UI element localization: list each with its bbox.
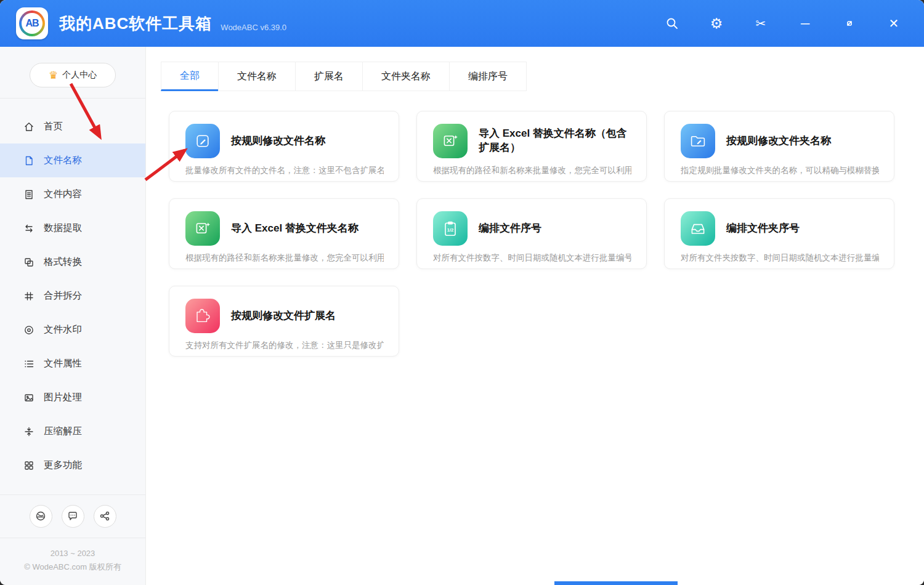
sidebar: ♛ 个人中心 首页 文件名称 文件内容 数据提取 格式转换: [0, 47, 146, 585]
titlebar: AB 我的ABC软件工具箱 WodeABC v6.39.0 ⚙ ✂ ─ ✕: [0, 0, 924, 47]
card-title: 编排文件夹序号: [726, 222, 800, 236]
list-icon: [23, 358, 34, 369]
sidebar-item-home[interactable]: 首页: [0, 110, 145, 143]
tab-all[interactable]: 全部: [161, 62, 219, 91]
sidebar-divider: [0, 98, 145, 99]
clipboard-number-icon: 1/2: [433, 211, 468, 246]
card-desc: 对所有文件按数字、时间日期或随机文本进行批量编号: [433, 252, 631, 264]
card-rename-files[interactable]: 按规则修改文件名称 批量修改所有文件的文件名，注意：这里不包含扩展名: [169, 111, 399, 182]
copyright-owner: © WodeABC.com 版权所有: [0, 560, 145, 574]
card-rename-folders[interactable]: 按规则修改文件夹名称 指定规则批量修改文件夹的名称，可以精确与模糊替换: [664, 111, 894, 182]
compress-arrows-icon: [23, 426, 34, 437]
card-title: 按规则修改文件扩展名: [231, 309, 336, 323]
sidebar-item-file-name[interactable]: 文件名称: [0, 143, 145, 177]
inbox-tray-icon: [681, 211, 715, 246]
overlap-squares-icon: [23, 257, 34, 268]
sidebar-item-more-features[interactable]: 更多功能: [0, 448, 145, 482]
sidebar-item-watermark[interactable]: 文件水印: [0, 313, 145, 347]
card-title: 按规则修改文件名称: [231, 134, 325, 148]
app-logo: AB: [16, 7, 48, 39]
crown-icon: ♛: [49, 70, 58, 81]
sidebar-item-merge-split[interactable]: 合并拆分: [0, 279, 145, 313]
card-desc: 支持对所有文件扩展名的修改，注意：这里只是修改扩: [185, 340, 384, 351]
sidebar-menu: 首页 文件名称 文件内容 数据提取 格式转换 合并拆分: [0, 110, 145, 482]
copyright: 2013 ~ 2023 © WodeABC.com 版权所有: [0, 538, 145, 585]
sidebar-item-format-convert[interactable]: 格式转换: [0, 245, 145, 279]
card-title: 导入 Excel 替换文件夹名称: [231, 222, 359, 236]
close-icon[interactable]: ✕: [887, 17, 901, 30]
chat-bubble-icon[interactable]: [62, 505, 84, 528]
share-network-icon[interactable]: [94, 505, 116, 528]
app-window: AB 我的ABC软件工具箱 WodeABC v6.39.0 ⚙ ✂ ─ ✕ ♛ …: [0, 0, 924, 585]
hash-icon: [23, 291, 34, 302]
category-tabs: 全部 文件名称 扩展名 文件夹名称 编排序号: [161, 62, 924, 91]
puzzle-icon: [185, 299, 220, 333]
tab-file-name[interactable]: 文件名称: [218, 62, 296, 91]
excel-sparkle-icon: [185, 211, 220, 246]
card-desc: 根据现有的路径和新名称来批量修改，您完全可以利用: [185, 252, 384, 264]
folder-edit-icon: [681, 124, 715, 158]
sidebar-bottom: 2013 ~ 2023 © WodeABC.com 版权所有: [0, 494, 145, 585]
minimize-icon[interactable]: ─: [798, 17, 812, 30]
app-version: WodeABC v6.39.0: [221, 23, 286, 32]
tab-serial-number[interactable]: 编排序号: [449, 62, 527, 91]
card-title: 编排文件序号: [479, 222, 541, 236]
personal-center-button[interactable]: ♛ 个人中心: [30, 63, 116, 87]
bottom-blue-strip: [554, 581, 678, 585]
browser-icon[interactable]: [30, 505, 52, 528]
svg-text:1/2: 1/2: [447, 227, 454, 233]
app-logo-ring: AB: [19, 10, 45, 36]
feature-card-grid: 按规则修改文件名称 批量修改所有文件的文件名，注意：这里不包含扩展名 导入 Ex…: [169, 111, 902, 357]
tab-extension[interactable]: 扩展名: [295, 62, 363, 91]
sidebar-item-compress[interactable]: 压缩解压: [0, 414, 145, 448]
personal-center-label: 个人中心: [62, 70, 97, 81]
excel-sparkle-icon: [433, 124, 468, 158]
sidebar-item-file-content[interactable]: 文件内容: [0, 177, 145, 211]
scissors-icon[interactable]: ✂: [754, 17, 768, 30]
tab-folder-name[interactable]: 文件夹名称: [362, 62, 450, 91]
resize-icon[interactable]: [843, 17, 856, 30]
search-icon[interactable]: [665, 17, 679, 30]
image-icon: [23, 392, 34, 403]
card-desc: 指定规则批量修改文件夹的名称，可以精确与模糊替换: [681, 165, 879, 176]
card-desc: 对所有文件夹按数字、时间日期或随机文本进行批量编: [681, 252, 879, 264]
swap-arrows-icon: [23, 223, 34, 234]
card-number-files[interactable]: 1/2 编排文件序号 对所有文件按数字、时间日期或随机文本进行批量编号: [416, 198, 647, 269]
card-title: 导入 Excel 替换文件名称（包含扩展名）: [479, 127, 631, 155]
card-title: 按规则修改文件夹名称: [726, 134, 831, 148]
card-excel-replace-file-names[interactable]: 导入 Excel 替换文件名称（包含扩展名） 根据现有的路径和新名称来批量修改，…: [416, 111, 647, 182]
card-desc: 根据现有的路径和新名称来批量修改，您完全可以利用: [433, 165, 631, 176]
copyright-years: 2013 ~ 2023: [0, 547, 145, 560]
card-desc: 批量修改所有文件的文件名，注意：这里不包含扩展名: [185, 165, 384, 176]
home-icon: [23, 121, 34, 132]
sidebar-item-data-extract[interactable]: 数据提取: [0, 211, 145, 245]
sidebar-item-file-props[interactable]: 文件属性: [0, 347, 145, 381]
app-logo-text: AB: [22, 13, 43, 34]
grid-icon: [23, 460, 34, 471]
card-change-extensions[interactable]: 按规则修改文件扩展名 支持对所有文件扩展名的修改，注意：这里只是修改扩: [169, 286, 399, 357]
watermark-circle-icon: [23, 325, 34, 336]
main-content: 全部 文件名称 扩展名 文件夹名称 编排序号 按规则修改文件名称 批量修改所有文…: [147, 47, 924, 585]
app-title: 我的ABC软件工具箱: [59, 13, 212, 34]
card-number-folders[interactable]: 编排文件夹序号 对所有文件夹按数字、时间日期或随机文本进行批量编: [664, 198, 894, 269]
settings-gear-icon[interactable]: ⚙: [710, 17, 723, 30]
card-excel-replace-folder-names[interactable]: 导入 Excel 替换文件夹名称 根据现有的路径和新名称来批量修改，您完全可以利…: [169, 198, 399, 269]
file-lines-icon: [23, 189, 34, 200]
edit-pencil-icon: [185, 124, 220, 158]
file-icon: [23, 155, 34, 166]
sidebar-item-image-process[interactable]: 图片处理: [0, 381, 145, 414]
